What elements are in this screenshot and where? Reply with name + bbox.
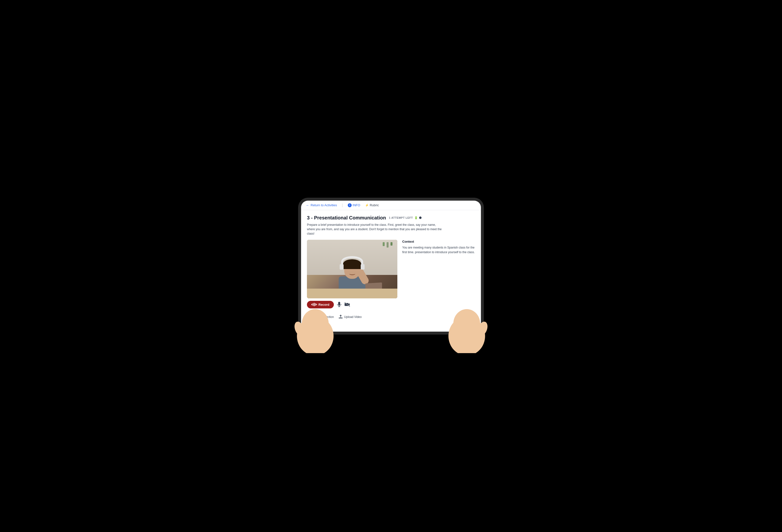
- nav-bar: ← Return to Activities | i INFO ⚡ Rubric: [301, 201, 481, 210]
- main-grid: Record: [307, 240, 475, 311]
- shelf-item-3: [391, 242, 392, 246]
- rubric-button[interactable]: ⚡ Rubric: [365, 203, 379, 207]
- svg-point-8: [302, 309, 329, 339]
- microphone-icon: [337, 302, 342, 307]
- back-label: Return to Activities: [311, 203, 337, 207]
- svg-rect-0: [338, 302, 340, 305]
- context-title: Context: [402, 240, 475, 243]
- svg-point-11: [453, 309, 480, 339]
- camera-off-button[interactable]: [345, 302, 350, 307]
- activity-description: Prepare a brief presentation to introduc…: [307, 223, 444, 236]
- svg-rect-6: [339, 318, 342, 318]
- back-arrow-icon: ←: [306, 203, 309, 207]
- shelf-item-2: [387, 242, 389, 248]
- upload-icon: [339, 315, 343, 319]
- video-placeholder: [307, 240, 397, 298]
- page-title-text: 3 - Presentational Communication: [307, 215, 386, 221]
- shelf-decorations: [383, 242, 392, 248]
- person-smile: [349, 272, 355, 275]
- back-button[interactable]: ← Return to Activities: [306, 203, 337, 207]
- shelf-item-1: [383, 242, 385, 246]
- left-hand: [293, 304, 337, 354]
- info-label: INFO: [353, 203, 360, 207]
- nav-divider: |: [342, 203, 343, 208]
- upload-svg-icon: [339, 315, 343, 319]
- right-hand: [445, 304, 489, 354]
- battery-icon: 🔋: [414, 216, 418, 219]
- headphone-right: [361, 264, 365, 270]
- headphone-left: [340, 264, 344, 270]
- rubric-label: Rubric: [370, 203, 379, 207]
- info-button[interactable]: i INFO: [348, 203, 360, 207]
- camera-off-icon: [345, 302, 350, 307]
- floor-area: [307, 289, 397, 298]
- upload-video-label: Upload Video: [344, 315, 362, 319]
- microphone-button[interactable]: [337, 302, 342, 307]
- context-section: Context You are meeting many students in…: [402, 240, 475, 311]
- video-container: [307, 240, 397, 298]
- attempt-label: 1 ATTEMPT LEFT: [389, 216, 413, 219]
- context-text: You are meeting many students in Spanish…: [402, 245, 475, 255]
- scene: ← Return to Activities | i INFO ⚡ Rubric…: [281, 183, 501, 349]
- info-icon: i: [348, 203, 352, 207]
- page-title-row: 3 - Presentational Communication 1 ATTEM…: [307, 215, 475, 221]
- upload-video-link[interactable]: Upload Video: [339, 315, 362, 319]
- headphones-arc: [341, 256, 363, 267]
- record-indicator: [419, 216, 422, 219]
- attempt-badge: 1 ATTEMPT LEFT 🔋: [389, 216, 422, 219]
- video-section: Record: [307, 240, 397, 311]
- rubric-icon: ⚡: [365, 204, 369, 207]
